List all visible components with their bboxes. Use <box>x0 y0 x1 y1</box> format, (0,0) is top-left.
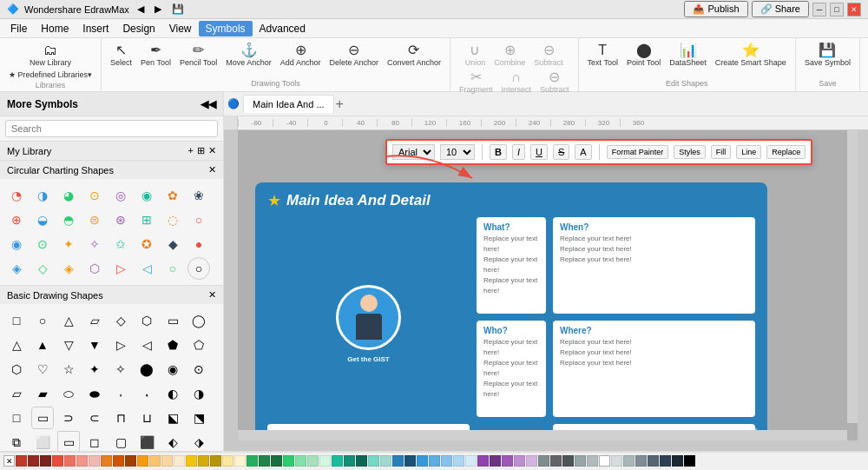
shape-item[interactable]: ◕ <box>57 184 80 207</box>
color-swatch[interactable] <box>40 455 51 467</box>
basic-header[interactable]: Basic Drawing Shapes ✕ <box>0 286 223 304</box>
shape-item[interactable]: ✦ <box>83 358 106 381</box>
color-swatch[interactable] <box>16 455 27 467</box>
shape-item[interactable]: ✦ <box>57 233 80 255</box>
color-swatch[interactable] <box>648 455 659 467</box>
shape-item[interactable]: ✩ <box>109 233 132 255</box>
shape-item[interactable]: ⬟ <box>161 334 184 356</box>
shape-item[interactable]: ⊂ <box>83 407 106 429</box>
color-swatch[interactable] <box>76 455 88 467</box>
redo-btn[interactable]: ▶ <box>152 3 164 15</box>
color-swatch[interactable] <box>404 455 416 467</box>
shape-item[interactable]: ⬛ <box>135 431 158 451</box>
shape-item[interactable]: ◔ <box>5 184 28 207</box>
shape-item[interactable]: ▭ <box>161 309 184 332</box>
shape-item[interactable]: ▰ <box>31 382 54 405</box>
color-swatch[interactable] <box>550 455 562 467</box>
font-size-select[interactable]: 10 <box>440 144 475 160</box>
shape-item[interactable]: ⬡ <box>83 257 106 280</box>
color-swatch[interactable] <box>307 455 319 467</box>
color-swatch[interactable] <box>319 455 331 467</box>
color-swatch[interactable] <box>28 455 39 467</box>
color-swatch[interactable] <box>453 455 464 467</box>
line-btn[interactable]: Line <box>736 145 761 159</box>
share-btn[interactable]: 🔗 Share <box>752 1 809 17</box>
shape-item[interactable]: ⬜ <box>31 431 54 451</box>
format-painter-btn[interactable]: Format Painter <box>607 145 669 159</box>
color-swatch[interactable] <box>526 455 537 467</box>
italic-btn[interactable]: I <box>512 144 525 160</box>
shape-item[interactable]: ⊕ <box>5 209 28 231</box>
color-swatch[interactable] <box>380 455 391 467</box>
shape-item[interactable]: ◉ <box>5 233 28 255</box>
convert-anchor-btn[interactable]: ⟳Convert Anchor <box>384 42 444 69</box>
shape-item[interactable]: ⊃ <box>57 407 80 429</box>
my-library-grid-btn[interactable]: ⊞ <box>197 145 205 156</box>
basic-close-btn[interactable]: ✕ <box>208 289 216 301</box>
underline-btn[interactable]: U <box>530 144 548 160</box>
shape-item[interactable]: ⊔ <box>135 407 158 429</box>
shape-item[interactable]: ◒ <box>31 209 54 231</box>
shape-item[interactable]: ● <box>187 233 210 255</box>
color-swatch[interactable] <box>149 455 161 467</box>
subtract2-btn[interactable]: ⊖Subtract <box>536 69 573 96</box>
shape-item[interactable]: ▷ <box>109 334 132 356</box>
shape-item[interactable]: △ <box>57 309 80 332</box>
shape-item[interactable]: ⊛ <box>109 209 132 231</box>
shape-item[interactable]: ⬬ <box>83 382 106 405</box>
union-btn[interactable]: ∪Union <box>462 42 490 69</box>
strikethrough-btn[interactable]: S <box>553 144 569 160</box>
color-swatch[interactable] <box>222 455 233 467</box>
color-swatch[interactable] <box>623 455 635 467</box>
shape-item[interactable]: ⬔ <box>187 407 210 429</box>
menu-home[interactable]: Home <box>34 21 76 36</box>
shape-item[interactable]: ◌ <box>161 209 184 231</box>
datasheet-btn[interactable]: 📊DataSheet <box>666 42 710 69</box>
color-swatch[interactable] <box>344 455 355 467</box>
shape-item[interactable]: ⊞ <box>135 209 158 231</box>
color-swatch[interactable] <box>356 455 367 467</box>
color-swatch[interactable] <box>417 455 428 467</box>
shape-item[interactable]: ◈ <box>57 257 80 280</box>
circular-header[interactable]: Circular Charting Shapes ✕ <box>0 161 223 179</box>
my-library-header[interactable]: My Library + ⊞ ✕ <box>0 142 223 160</box>
shape-item[interactable]: ◓ <box>57 209 80 231</box>
color-swatch[interactable] <box>392 455 404 467</box>
shape-item[interactable]: ⊓ <box>109 407 132 429</box>
menu-design[interactable]: Design <box>115 21 161 36</box>
shape-item[interactable]: ⬭ <box>57 382 80 405</box>
color-swatch[interactable] <box>477 455 489 467</box>
shape-item[interactable]: ○ <box>187 257 210 280</box>
move-anchor-btn[interactable]: ⚓Move Anchor <box>222 42 275 69</box>
color-swatch[interactable] <box>125 455 136 467</box>
shape-item[interactable]: ✧ <box>83 233 106 255</box>
new-library-btn[interactable]: 🗂 New Library <box>26 42 75 69</box>
search-input[interactable] <box>5 120 218 137</box>
color-swatch[interactable] <box>502 455 513 467</box>
shape-item[interactable]: ▷ <box>109 257 132 280</box>
save-quick-btn[interactable]: 💾 <box>169 3 187 15</box>
color-swatch[interactable] <box>174 455 185 467</box>
pencil-tool-btn[interactable]: ✏Pencil Tool <box>176 42 220 69</box>
subtract-btn[interactable]: ⊖Subtract <box>530 42 567 69</box>
shape-item[interactable]: ⧉ <box>5 431 28 451</box>
font-family-select[interactable]: Arial <box>392 144 435 160</box>
color-swatch[interactable] <box>611 455 622 467</box>
color-swatch[interactable] <box>635 455 647 467</box>
shape-item[interactable]: ◈ <box>5 257 28 280</box>
color-swatch[interactable] <box>368 455 379 467</box>
shape-item[interactable]: ▲ <box>31 334 54 356</box>
circular-close-btn[interactable]: ✕ <box>208 164 216 175</box>
shape-item[interactable]: ⊙ <box>187 358 210 381</box>
color-swatch[interactable] <box>441 455 452 467</box>
color-swatch-none[interactable]: ✕ <box>3 455 15 467</box>
color-swatch[interactable] <box>283 455 294 467</box>
shape-item[interactable]: △ <box>5 334 28 356</box>
shape-item[interactable]: ⊙ <box>83 184 106 207</box>
publish-btn[interactable]: 📤 Publish <box>684 1 747 17</box>
combine-btn[interactable]: ⊕Combine <box>490 42 529 69</box>
shape-item[interactable]: ⬤ <box>135 358 158 381</box>
fill-btn[interactable]: Fill <box>711 145 732 159</box>
menu-file[interactable]: File <box>3 21 34 36</box>
color-swatch[interactable] <box>259 455 270 467</box>
